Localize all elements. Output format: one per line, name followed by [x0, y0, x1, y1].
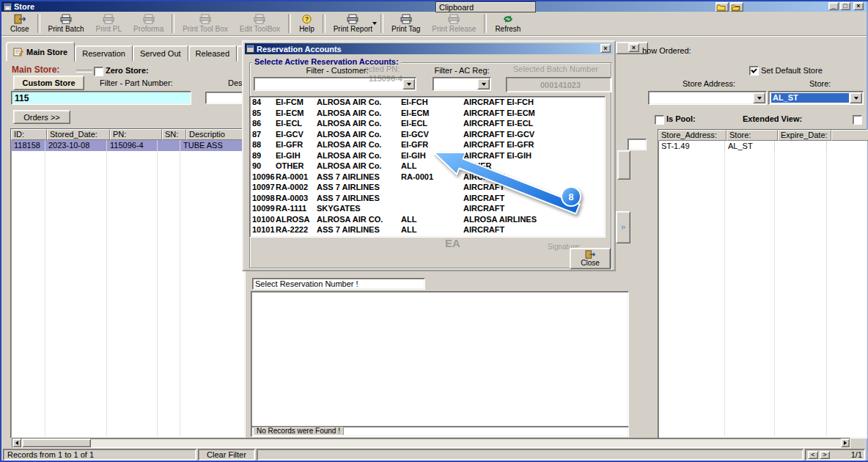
store-address-combo[interactable] [648, 91, 767, 105]
is-pool-checkbox[interactable] [655, 115, 664, 125]
hidden-button-fragment-1[interactable] [617, 150, 630, 180]
account-ac-reg: EI-FCH [401, 97, 463, 108]
store-label: Store: [809, 79, 831, 88]
account-row[interactable]: 88EI-GFRALROSA AIR Co.EI-GFRAIRCRAFT EI-… [250, 139, 605, 150]
grid-header-id[interactable]: ID: [11, 129, 47, 140]
tab-released[interactable]: Released [188, 45, 237, 62]
combo-dropdown-button[interactable] [753, 92, 765, 103]
toolbar-separator [37, 14, 40, 33]
grid-header-store-address[interactable]: Store_Address: [658, 130, 727, 141]
combo-dropdown-button[interactable] [850, 92, 862, 103]
cell-description: TUBE ASS [180, 140, 239, 151]
account-row[interactable]: 10100ALROSAALROSA AIR CO.ALLALROSA AIRLI… [250, 214, 605, 225]
account-description: AIRCRAFT [463, 182, 605, 193]
toolbar-button-print-report[interactable]: Print Report [328, 12, 378, 34]
toolbar-button-refresh[interactable]: Refresh [489, 12, 526, 34]
toolbar-button-print-tag[interactable]: Print Tag [386, 12, 426, 34]
close-window-button[interactable]: × [853, 2, 864, 10]
exit-icon [14, 14, 26, 24]
account-row[interactable]: 10097RA-0002ASS 7 AIRLINESAIRCRAFT [250, 182, 605, 193]
account-row[interactable]: 85EI-ECMALROSA AIR Co.EI-ECMAIRCRAFT EI-… [250, 108, 605, 119]
account-code: RA-0003 [276, 193, 317, 204]
dialog-close-x-button[interactable]: × [600, 44, 611, 53]
account-row[interactable]: 10096RA-0001ASS 7 AIRLINESRA-0001AIRCRAF… [250, 172, 605, 183]
account-row[interactable]: 87EI-GCVALROSA AIR Co.EI-GCVAIRCRAFT EI-… [250, 129, 605, 140]
account-row[interactable]: 90OTHERALROSA AIR Co.ALLOTHER [250, 161, 605, 172]
status-records: Records from 1 to 1 of 1 [3, 449, 196, 461]
combo-dropdown-button[interactable] [477, 78, 490, 89]
orders-button[interactable]: Orders >> [13, 110, 70, 124]
account-customer: ALROSA AIR Co. [317, 139, 401, 150]
toolbar-button-label: Edit ToolBox [240, 25, 280, 33]
account-row[interactable]: 10098RA-0003ASS 7 AIRLINESAIRCRAFT [250, 193, 605, 204]
chevron-down-icon [482, 83, 486, 86]
window-titlebar[interactable]: Store _ □ × [1, 1, 867, 12]
tab-reservation[interactable]: Reservation [75, 45, 133, 62]
zero-store-checkbox[interactable] [94, 67, 103, 76]
scrollbar-thumb[interactable] [22, 439, 91, 447]
dropdown-caret-icon[interactable] [372, 22, 377, 25]
account-customer: ALROSA AIR Co. [317, 150, 401, 161]
grid-header-pn[interactable]: PN: [110, 129, 162, 140]
toolbar-separator [380, 14, 383, 33]
scroll-left-button[interactable] [12, 439, 21, 447]
dialog-close-button[interactable]: Close [570, 248, 611, 269]
maximize-button[interactable]: □ [840, 2, 850, 10]
account-customer: ASS 7 AIRLINES [317, 193, 401, 204]
titlebar-folder-button-1[interactable] [716, 2, 729, 12]
minimize-button[interactable]: _ [828, 2, 839, 10]
account-row[interactable]: 89EI-GIHALROSA AIR Co.EI-GIHAIRCRAFT EI-… [250, 150, 605, 161]
cell-store: AL_ST [725, 141, 775, 152]
table-row[interactable]: 118158 2023-10-08 115096-4 TUBE ASS [11, 140, 245, 151]
combo-dropdown-button[interactable] [402, 78, 415, 89]
scroll-right-button[interactable] [841, 439, 850, 447]
hidden-button-fragment-2[interactable] [616, 211, 630, 243]
account-row[interactable]: 84EI-FCMALROSA AIR Co.EI-FCHAIRCRAFT EI-… [250, 97, 605, 108]
accounts-list[interactable]: 84EI-FCMALROSA AIR Co.EI-FCHAIRCRAFT EI-… [249, 96, 606, 238]
account-code: RA-0001 [276, 172, 317, 183]
account-customer: ASS 7 AIRLINES [317, 182, 401, 193]
toolbar-button-close[interactable]: Close [4, 12, 35, 34]
toolbar-button-help[interactable]: ?Help [293, 12, 320, 34]
account-row[interactable]: 10099RA-1111SKYGATESAIRCRAFT [250, 203, 605, 214]
next-page-button[interactable]: > [820, 451, 830, 459]
tab-served-out[interactable]: Served Out [133, 45, 188, 62]
prev-page-button[interactable]: < [808, 451, 818, 459]
description-filter-input[interactable] [205, 92, 246, 104]
hidden-field-fragment [628, 139, 647, 150]
tab-main-store[interactable]: Main Store [6, 42, 75, 62]
titlebar-folder-button-2[interactable] [730, 2, 743, 12]
filter-ac-reg-combo[interactable] [433, 77, 491, 91]
grid-header-row: Store_Address: Store: Expire_Date: [658, 130, 867, 141]
table-row[interactable]: ST-1.49 AL_ST [658, 141, 867, 152]
cell-id: 118158 [11, 140, 45, 151]
account-row[interactable]: 86EI-ECLALROSA AIR Co.EI-ECLAIRCRAFT EI-… [250, 118, 605, 129]
reservation-message-field[interactable] [252, 278, 425, 290]
grid-header-description[interactable]: Descriptio [186, 129, 246, 140]
status-clear-filter[interactable]: Clear Filter [198, 449, 255, 461]
grid-header-sn[interactable]: SN: [162, 129, 186, 140]
toolbar-button-print-tool-box: Print Tool Box [177, 12, 234, 34]
store-address-grid[interactable]: Store_Address: Store: Expire_Date: ST-1.… [658, 129, 867, 439]
horizontal-scrollbar[interactable] [12, 438, 850, 448]
clipboard-window-titlebar[interactable]: Clipboard [435, 1, 536, 12]
grid-header-store[interactable]: Store: [727, 130, 778, 141]
account-row[interactable]: 10101RA-2222ASS 7 AIRLINESALLAIRCRAFT [250, 224, 605, 235]
background-window-close-button[interactable]: × [628, 43, 639, 52]
grid-header-expire-date[interactable]: Expire_Date: [778, 130, 831, 141]
store-combo[interactable]: AL_ST [768, 91, 864, 105]
extended-view-checkbox[interactable] [853, 115, 862, 125]
dialog-titlebar[interactable]: Reservation Accounts × [245, 43, 613, 54]
printer-icon [400, 14, 412, 24]
account-id: 10100 [252, 214, 276, 225]
account-customer: ALROSA AIR CO. [317, 214, 401, 225]
main-store-grid[interactable]: ID: Stored_Date: PN: SN: Descriptio 1181… [10, 128, 246, 439]
cell-sn [158, 140, 180, 151]
part-number-filter-input[interactable] [11, 91, 191, 105]
grid-header-stored-date[interactable]: Stored_Date: [47, 129, 110, 140]
set-default-store-checkbox[interactable] [749, 66, 759, 76]
custom-store-button[interactable]: Custom Store [13, 76, 84, 90]
account-id: 10098 [252, 193, 276, 204]
toolbar-button-print-batch[interactable]: Print Batch [43, 12, 90, 34]
reserved-parts-list[interactable] [251, 291, 629, 427]
